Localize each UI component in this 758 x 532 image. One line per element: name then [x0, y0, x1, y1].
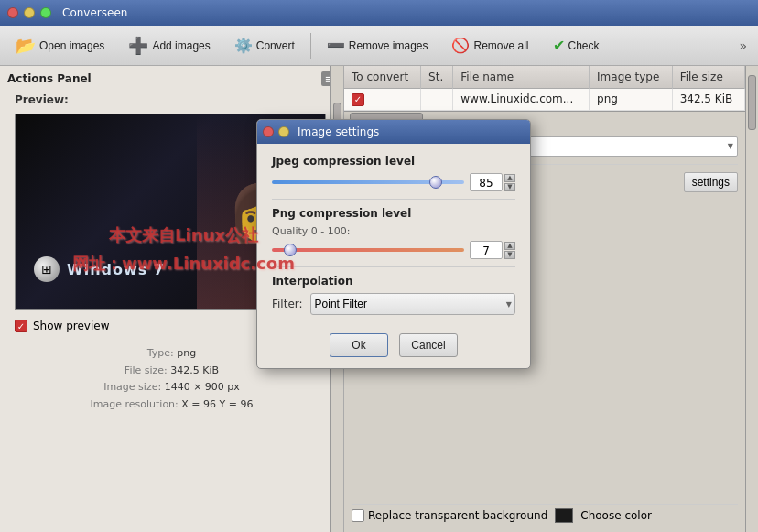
png-spin-down[interactable]: ▼	[504, 251, 515, 259]
png-spin-up[interactable]: ▲	[504, 242, 515, 250]
remove-all-button[interactable]: 🚫 Remove all	[441, 32, 538, 59]
type-label: Type:	[147, 347, 174, 359]
check-icon: ✔	[553, 37, 565, 54]
title-bar: Converseen	[0, 0, 758, 26]
win7-text: Windows 7	[67, 261, 165, 278]
open-images-label: Open images	[39, 39, 104, 52]
quality-label: Quality 0 - 100:	[272, 225, 515, 237]
settings-button[interactable]: settings	[684, 172, 738, 192]
app-title: Converseen	[62, 6, 127, 19]
jpeg-slider-container	[272, 173, 464, 191]
jpeg-section-title: Jpeg compression level	[272, 155, 515, 168]
actions-panel-title: Actions Panel	[7, 72, 92, 85]
open-images-button[interactable]: 📂 Open images	[5, 31, 114, 60]
file-table: To convert St. File name Image type File…	[344, 66, 745, 111]
open-images-icon: 📂	[16, 36, 36, 56]
replace-bg-checkbox[interactable]	[352, 509, 364, 522]
table-row: ✓ www.Linuxidc.com... png 342.5 KiB	[344, 89, 745, 111]
choose-color-label: Choose color	[580, 509, 652, 522]
jpeg-spin-buttons: ▲ ▼	[504, 174, 515, 191]
win7-orb: ⊞	[34, 256, 60, 282]
image-settings-modal: Image settings Jpeg compression level 85…	[256, 119, 531, 369]
table-header-row: To convert St. File name Image type File…	[344, 66, 745, 89]
maximize-button[interactable]	[40, 7, 51, 18]
modal-footer: Ok Cancel	[257, 326, 530, 368]
right-scroll-thumb[interactable]	[748, 75, 756, 130]
remove-all-label: Remove all	[473, 39, 528, 52]
png-value[interactable]: 7	[470, 241, 503, 259]
add-images-icon: ➕	[128, 36, 148, 56]
png-spin-buttons: ▲ ▼	[504, 242, 515, 259]
filter-select-wrapper: Point Filter Box Filter Triangle Filter …	[310, 293, 515, 315]
row-imagetype-cell: png	[590, 89, 673, 111]
modal-close-button[interactable]	[263, 126, 274, 137]
jpeg-value[interactable]: 85	[470, 173, 503, 191]
show-preview-label: Show preview	[33, 320, 110, 332]
choose-color-swatch[interactable]	[555, 508, 573, 523]
convert-button[interactable]: ⚙️ Convert	[224, 32, 305, 59]
col-header-imagetype: Image type	[590, 66, 673, 89]
jpeg-spin-down[interactable]: ▼	[504, 183, 515, 191]
check-button[interactable]: ✔ Check	[543, 32, 610, 59]
show-preview-checkbox[interactable]: ✓	[15, 320, 27, 332]
png-slider-track	[272, 248, 464, 252]
modal-title: Image settings	[298, 125, 379, 138]
filter-label: Filter:	[272, 298, 303, 310]
resolution-row: Image resolution: X = 96 Y = 96	[15, 396, 329, 414]
jpeg-slider-track	[272, 180, 464, 184]
resolution-label: Image resolution:	[91, 398, 179, 410]
toolbar: 📂 Open images ➕ Add images ⚙️ Convert ➖ …	[0, 26, 758, 66]
remove-images-button[interactable]: ➖ Remove images	[317, 32, 439, 59]
png-section-title: Png compression level	[272, 207, 515, 220]
preview-label: Preview:	[0, 90, 343, 110]
toolbar-separator-1	[310, 33, 311, 59]
add-images-label: Add images	[152, 39, 210, 52]
imagesize-row: Image size: 1440 × 900 px	[15, 379, 329, 396]
filesize-value: 342.5 KiB	[170, 364, 219, 376]
png-slider-row: 7 ▲ ▼	[272, 241, 515, 259]
filesize-label: File size:	[125, 364, 168, 376]
right-vertical-scrollbar[interactable]	[745, 66, 758, 532]
png-slider-thumb[interactable]	[284, 244, 297, 256]
row-convert-checkbox[interactable]: ✓	[352, 93, 364, 106]
col-header-status: St.	[421, 66, 453, 89]
col-header-filesize: File size	[672, 66, 744, 89]
jpeg-value-box: 85 ▲ ▼	[470, 173, 515, 191]
modal-titlebar: Image settings	[257, 120, 530, 144]
jpeg-slider-thumb[interactable]	[429, 176, 442, 189]
jpeg-spin-up[interactable]: ▲	[504, 174, 515, 182]
minimize-button[interactable]	[24, 7, 35, 18]
resolution-value: X = 96 Y = 96	[181, 398, 253, 410]
add-images-button[interactable]: ➕ Add images	[118, 31, 220, 60]
remove-images-icon: ➖	[327, 37, 345, 54]
close-button[interactable]	[7, 7, 18, 18]
bottom-row: Replace transparent background Choose co…	[352, 504, 738, 527]
format-select-arrow: ▼	[728, 142, 733, 150]
ok-button[interactable]: Ok	[330, 333, 388, 357]
convert-icon: ⚙️	[234, 37, 253, 54]
more-button[interactable]: »	[733, 35, 753, 57]
col-header-convert: To convert	[344, 66, 421, 89]
file-table-container: To convert St. File name Image type File…	[344, 66, 745, 111]
modal-divider-1	[272, 199, 515, 200]
row-status-cell	[421, 89, 453, 111]
imagesize-value: 1440 × 900 px	[165, 381, 240, 393]
modal-minimize-button[interactable]	[278, 126, 289, 137]
replace-bg-area: Replace transparent background	[352, 509, 547, 522]
row-filename-cell: www.Linuxidc.com...	[453, 89, 590, 111]
win7-logo: ⊞ Windows 7	[34, 256, 165, 282]
modal-body: Jpeg compression level 85 ▲ ▼ Png compre…	[257, 144, 530, 326]
png-value-box: 7 ▲ ▼	[470, 241, 515, 259]
check-label: Check	[568, 39, 600, 52]
png-slider-container	[272, 241, 464, 259]
convert-label: Convert	[256, 39, 295, 52]
type-value: png	[177, 347, 196, 359]
cancel-button[interactable]: Cancel	[399, 333, 458, 357]
jpeg-slider-row: 85 ▲ ▼	[272, 173, 515, 191]
remove-images-label: Remove images	[349, 39, 428, 52]
remove-all-icon: 🚫	[451, 37, 470, 54]
replace-bg-label: Replace transparent background	[368, 509, 547, 522]
imagesize-label: Image size:	[103, 381, 161, 393]
filter-select[interactable]: Point Filter Box Filter Triangle Filter …	[310, 293, 515, 315]
col-header-filename: File name	[453, 66, 590, 89]
